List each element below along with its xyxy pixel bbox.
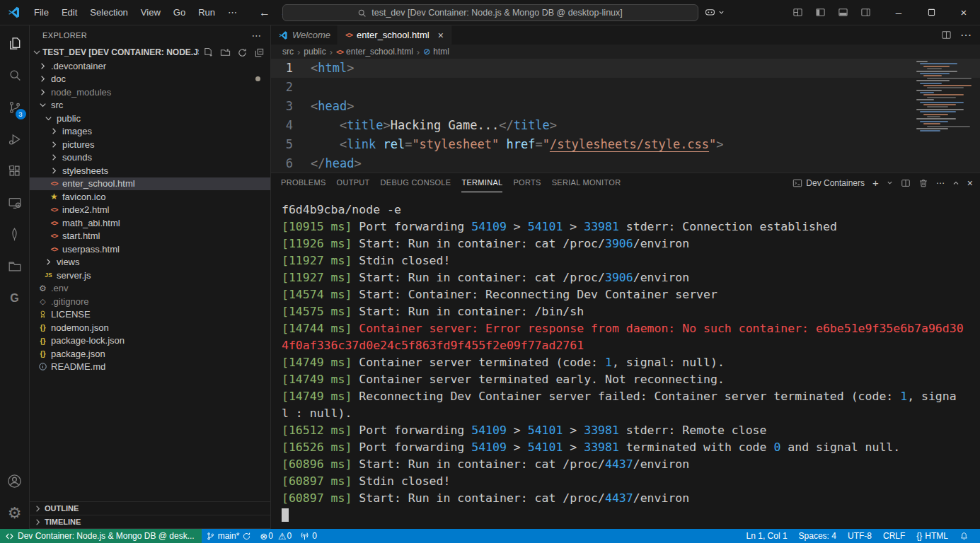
gitlens-icon[interactable]: G	[0, 282, 30, 314]
tree-item-userpass-html[interactable]: <>userpass.html	[30, 243, 270, 256]
git-branch-indicator[interactable]: main*	[202, 529, 256, 543]
tree-item-label: public	[57, 113, 81, 124]
tree-item-enter-school-html[interactable]: <>enter_school.html	[30, 177, 270, 191]
remote-indicator[interactable]: Dev Container: Node.js & Mongo DB @ desk…	[0, 529, 202, 543]
tree-item-views[interactable]: views	[30, 256, 270, 269]
new-terminal-icon[interactable]: +	[872, 177, 879, 189]
split-editor-icon[interactable]	[941, 30, 952, 40]
menu-edit[interactable]: Edit	[55, 5, 83, 20]
maximize-button[interactable]	[915, 0, 947, 25]
code-editor[interactable]: 1<html>23<head>4 <title>Hacking Game...<…	[271, 59, 980, 173]
menu-selection[interactable]: Selection	[83, 5, 134, 20]
tree-item-src[interactable]: src	[30, 99, 270, 112]
collapse-all-icon[interactable]	[254, 47, 265, 58]
copilot-icon[interactable]	[704, 6, 725, 18]
settings-gear-icon[interactable]: ⚙	[0, 497, 30, 529]
close-window-button[interactable]: ×	[947, 0, 980, 25]
outline-section[interactable]: OUTLINE	[30, 502, 270, 515]
tab-welcome[interactable]: Welcome	[271, 25, 338, 45]
breadcrumb-file[interactable]: <> enter_school.html	[336, 47, 413, 57]
terminal-profile-chevron-icon[interactable]	[887, 180, 893, 186]
split-terminal-icon[interactable]	[901, 178, 911, 188]
sync-icon[interactable]	[242, 532, 251, 541]
account-icon[interactable]	[0, 465, 30, 497]
toggle-secondary-sidebar-icon[interactable]	[860, 7, 871, 18]
tree-item-package-lock-json[interactable]: {}package-lock.json	[30, 334, 270, 348]
panel-more-actions-icon[interactable]: ⋯	[936, 178, 945, 188]
tree-item--gitignore[interactable]: ◇.gitignore	[30, 295, 270, 308]
notifications-bell-icon[interactable]	[954, 529, 974, 543]
refresh-icon[interactable]	[237, 47, 248, 58]
tree-item-index2-html[interactable]: <>index2.html	[30, 204, 270, 217]
panel-tab-problems[interactable]: PROBLEMS	[281, 173, 326, 192]
breadcrumb-public[interactable]: public	[304, 47, 325, 57]
tree-item-doc[interactable]: doc	[30, 73, 270, 86]
maximize-panel-icon[interactable]	[952, 180, 959, 187]
tree-item-nodemon-json[interactable]: {}nodemon.json	[30, 321, 270, 334]
panel-tab-ports[interactable]: PORTS	[513, 173, 541, 192]
encoding-indicator[interactable]: UTF-8	[842, 529, 877, 543]
menu-go[interactable]: Go	[167, 5, 192, 20]
extensions-icon[interactable]	[0, 155, 30, 187]
editor-more-actions-icon[interactable]: ⋯	[960, 28, 972, 42]
run-debug-icon[interactable]	[0, 123, 30, 155]
minimize-button[interactable]: –	[882, 0, 915, 25]
panel-tab-debug-console[interactable]: DEBUG CONSOLE	[381, 173, 451, 192]
tree-item--devcontainer[interactable]: .devcontainer	[30, 59, 270, 73]
cursor-position-indicator[interactable]: Ln 1, Col 1	[741, 529, 793, 543]
tree-item-favicon-ico[interactable]: ★favicon.ico	[30, 190, 270, 204]
toggle-primary-sidebar-icon[interactable]	[815, 7, 826, 18]
mongodb-icon[interactable]	[0, 218, 30, 250]
explorer-icon[interactable]	[0, 28, 30, 59]
breadcrumb-src[interactable]: src	[282, 47, 294, 57]
terminal-profile[interactable]: Dev Containers	[792, 178, 865, 188]
license-ribbon-icon	[37, 309, 49, 320]
breadcrumb-symbol-html[interactable]: ⊘ html	[423, 47, 449, 57]
menu-file[interactable]: File	[28, 5, 55, 20]
explorer-more-actions-icon[interactable]: ⋯	[252, 30, 262, 41]
problems-indicator[interactable]: ⊗ 0 ⚠ 0	[255, 529, 296, 543]
tree-item-sounds[interactable]: sounds	[30, 151, 270, 165]
tab-enter-school-html[interactable]: <> enter_school.html ×	[338, 25, 451, 45]
search-sidebar-icon[interactable]	[0, 59, 30, 91]
remote-explorer-icon[interactable]	[0, 187, 30, 218]
language-mode-indicator[interactable]: {} HTML	[911, 529, 954, 543]
command-center-search[interactable]: test_dev [Dev Container: Node.js & Mongo…	[282, 4, 698, 21]
back-arrow-icon[interactable]: ←	[259, 6, 270, 19]
tree-item--env[interactable]: ⚙.env	[30, 282, 270, 296]
panel-tab-serial-monitor[interactable]: SERIAL MONITOR	[552, 173, 621, 192]
new-folder-icon[interactable]	[220, 47, 231, 58]
eol-indicator[interactable]: CRLF	[877, 529, 911, 543]
tree-item-public[interactable]: public	[30, 112, 270, 125]
tree-item-readme-md[interactable]: README.md	[30, 361, 270, 374]
close-tab-icon[interactable]: ×	[438, 30, 444, 41]
menu-more[interactable]: ⋯	[221, 5, 243, 20]
toggle-panel-icon[interactable]	[838, 7, 848, 18]
customize-layout-icon[interactable]	[792, 7, 803, 18]
panel-tab-output[interactable]: OUTPUT	[337, 173, 370, 192]
tree-root-folder[interactable]: TEST_DEV [DEV CONTAINER: NODE.JS & MONGO…	[30, 45, 270, 59]
tree-item-start-html[interactable]: <>start.html	[30, 230, 270, 243]
source-control-icon[interactable]: 3	[0, 91, 30, 123]
ports-indicator[interactable]: 0	[296, 529, 321, 543]
tree-item-server-js[interactable]: JSserver.js	[30, 269, 270, 282]
tree-item-label: stylesheets	[62, 165, 108, 176]
tree-item-stylesheets[interactable]: stylesheets	[30, 164, 270, 177]
folder-explorer-icon[interactable]	[0, 250, 30, 282]
tree-item-node-modules[interactable]: node_modules	[30, 86, 270, 99]
close-panel-icon[interactable]: ×	[967, 177, 973, 189]
terminal-output[interactable]: f6d4b9cba/node -e[10915 ms] Port forward…	[271, 192, 980, 529]
menu-view[interactable]: View	[134, 5, 167, 20]
timeline-section[interactable]: TIMELINE	[30, 515, 270, 529]
tree-item-license[interactable]: LICENSE	[30, 308, 270, 322]
panel-tab-terminal[interactable]: TERMINAL	[461, 173, 502, 192]
tree-item-images[interactable]: images	[30, 125, 270, 139]
kill-terminal-trash-icon[interactable]	[918, 178, 928, 188]
tree-item-package-json[interactable]: {}package.json	[30, 347, 270, 361]
indentation-indicator[interactable]: Spaces: 4	[793, 529, 842, 543]
tree-item-math-abi-html[interactable]: <>math_abi.html	[30, 216, 270, 230]
tree-item-pictures[interactable]: pictures	[30, 138, 270, 151]
menu-run[interactable]: Run	[192, 5, 221, 20]
minimap[interactable]	[914, 61, 971, 134]
new-file-icon[interactable]	[203, 47, 214, 58]
